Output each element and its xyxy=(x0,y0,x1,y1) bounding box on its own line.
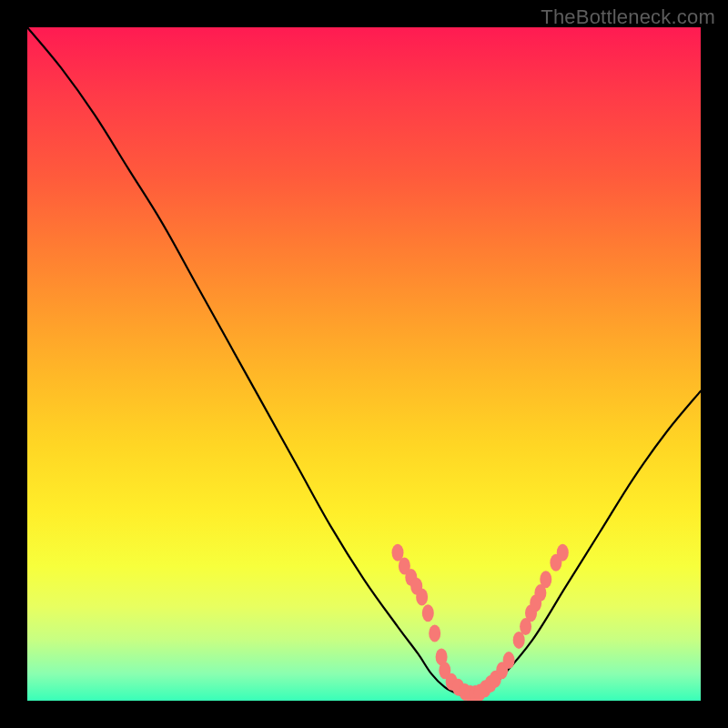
plot-area xyxy=(27,27,701,701)
data-marker xyxy=(503,652,515,669)
data-marker xyxy=(422,604,434,622)
curve-layer xyxy=(27,27,701,701)
data-marker xyxy=(557,544,569,561)
data-marker xyxy=(540,571,551,588)
data-marker xyxy=(416,589,428,606)
marker-cluster xyxy=(392,544,569,701)
watermark-text: TheBottleneck.com xyxy=(541,5,715,29)
chart-frame: TheBottleneck.com xyxy=(0,0,728,728)
data-marker xyxy=(429,625,440,642)
bottleneck-curve xyxy=(27,27,701,697)
